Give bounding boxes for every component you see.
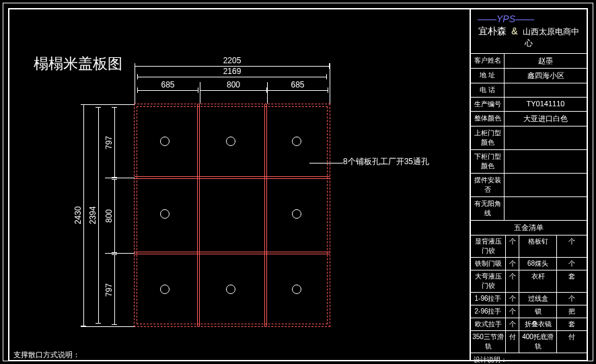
hardware-row: 350三节滑轨付400托底滑轨付 (471, 330, 587, 353)
dim-row1: 797 (114, 107, 115, 178)
hardware-row: 欧式拉手个折叠衣镜套 (471, 318, 587, 330)
info-row: 生产编号TY0141110 (471, 97, 587, 111)
info-value (505, 174, 587, 196)
info-row: 整体颜色大亚进口白色 (471, 111, 587, 126)
dim-row2: 800 (114, 179, 115, 253)
info-row: 电 话 (471, 83, 587, 97)
info-label: 下柜门型颜色 (471, 150, 505, 173)
dim-col2: 800 (200, 90, 267, 91)
info-row: 地 址鑫四海小区 (471, 68, 587, 83)
hardware-row: 显背液压门铰个格板钉个 (471, 235, 587, 257)
plan-drawing (135, 104, 330, 326)
callout-text: 8个铺板孔工厂开35通孔 (343, 157, 429, 166)
info-value: 鑫四海小区 (505, 69, 587, 83)
info-label: 整体颜色 (471, 112, 505, 126)
info-value (505, 150, 587, 173)
info-value: TY0141110 (505, 98, 587, 111)
info-label: 电 话 (471, 83, 505, 97)
dim-left-outer: 2430 (83, 104, 84, 326)
info-value: 大亚进口白色 (505, 112, 587, 126)
dim-col1: 685 (137, 90, 198, 91)
info-row: 下柜门型颜色 (471, 149, 587, 173)
footer-note: 支撑散口方式说明： (13, 350, 80, 360)
hardware-row: 铁制门吸个68煤头个 (471, 257, 587, 270)
company-line: 宜朴森 & 山西太原电商中心 (471, 26, 587, 53)
info-value: 赵墨 (505, 54, 587, 68)
hardware-row: 大弯液压门铰个衣杆套 (471, 270, 587, 292)
logo-text: ——YPS—— (471, 9, 587, 26)
info-row: 摆件安装否 (471, 173, 587, 196)
dim-left-inner: 2394 (98, 107, 99, 324)
hardware-row: 1-96拉手个过线盒个 (471, 292, 587, 305)
info-row: 有无阳角线 (471, 196, 587, 220)
info-label: 摆件安装否 (471, 174, 505, 196)
drawing-title: 榻榻米盖板图 (34, 54, 122, 74)
info-label: 上柜门型颜色 (471, 126, 505, 149)
info-label: 生产编号 (471, 98, 505, 111)
hardware-row: 2-96拉手个锁把 (471, 305, 587, 318)
info-label: 有无阳角线 (471, 197, 505, 220)
dim-col3: 685 (267, 90, 328, 91)
info-value (505, 197, 587, 220)
info-value (505, 126, 587, 149)
hardware-heading: 五金清单 (471, 220, 587, 235)
hole-callout: 8个铺板孔工厂开35通孔 (343, 156, 429, 168)
dim-top-inner: 2169 (137, 77, 327, 77)
info-label: 地 址 (471, 69, 505, 83)
info-label: 客户姓名 (471, 54, 505, 68)
info-value (505, 83, 587, 97)
dim-row3: 797 (114, 254, 115, 325)
title-block: ——YPS—— 宜朴森 & 山西太原电商中心 客户姓名赵墨地 址鑫四海小区电 话… (470, 9, 587, 360)
info-row: 上柜门型颜色 (471, 126, 587, 149)
info-row: 客户姓名赵墨 (471, 53, 587, 68)
design-notes-label: 设计说明： (471, 353, 587, 364)
